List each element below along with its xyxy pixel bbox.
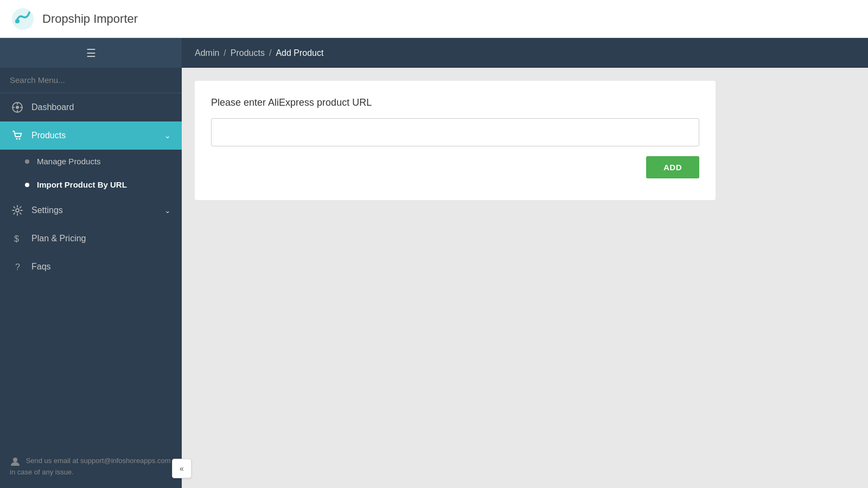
sidebar-item-settings[interactable]: Settings ⌄ — [0, 196, 182, 224]
sidebar-item-label-dashboard: Dashboard — [31, 102, 171, 112]
gear-icon — [11, 204, 24, 217]
support-text: Send us email at support@infoshoreapps.c… — [0, 445, 182, 488]
sidebar-subitem-manage-products[interactable]: Manage Products — [0, 150, 182, 173]
svg-point-10 — [16, 209, 19, 212]
breadcrumb-sep-1: / — [224, 48, 226, 58]
main-content: Admin / Products / Add Product Please en… — [182, 38, 868, 488]
products-chevron-icon: ⌄ — [164, 131, 171, 140]
svg-point-0 — [12, 8, 34, 30]
sidebar-subitem-import-product[interactable]: Import Product By URL — [0, 173, 182, 196]
add-button-row: ADD — [211, 156, 699, 178]
sidebar-item-label-plan-pricing: Plan & Pricing — [31, 234, 171, 243]
sidebar-item-dashboard[interactable]: Dashboard — [0, 93, 182, 121]
question-icon: ? — [11, 260, 24, 273]
svg-point-8 — [16, 138, 18, 140]
collapse-icon: « — [180, 464, 184, 473]
manage-products-dot — [25, 159, 29, 164]
dollar-icon: $ — [11, 232, 24, 245]
svg-point-3 — [16, 106, 19, 109]
content-area: Please enter AliExpress product URL ADD — [182, 68, 868, 488]
sidebar-collapse-button[interactable]: « — [172, 459, 192, 478]
url-input[interactable] — [211, 118, 699, 146]
breadcrumb-products[interactable]: Products — [231, 48, 265, 58]
app-title: Dropship Importer — [42, 12, 138, 26]
app-logo-icon — [11, 7, 35, 31]
breadcrumb-sep-2: / — [269, 48, 271, 58]
sidebar: ☰ Dashboard — [0, 38, 182, 488]
sidebar-item-products[interactable]: Products ⌄ — [0, 121, 182, 150]
cart-icon — [11, 129, 24, 142]
sidebar-search — [0, 68, 182, 93]
hamburger-icon[interactable]: ☰ — [86, 47, 96, 60]
search-input[interactable] — [10, 75, 172, 85]
sidebar-topbar: ☰ — [0, 38, 182, 68]
svg-point-13 — [13, 458, 17, 462]
person-icon — [10, 456, 21, 467]
sidebar-item-label-faqs: Faqs — [31, 262, 171, 272]
import-product-dot — [25, 183, 29, 187]
breadcrumb-admin[interactable]: Admin — [195, 48, 219, 58]
sidebar-subitem-label-import-product: Import Product By URL — [37, 180, 127, 189]
breadcrumb-bar: Admin / Products / Add Product — [182, 38, 868, 68]
support-message: Send us email at support@infoshoreapps.c… — [10, 457, 170, 476]
svg-text:$: $ — [14, 234, 19, 243]
top-header: Dropship Importer — [0, 0, 868, 38]
sidebar-item-label-products: Products — [31, 131, 164, 140]
sidebar-subitem-label-manage-products: Manage Products — [37, 157, 101, 166]
breadcrumb-add-product: Add Product — [276, 48, 323, 58]
card-title: Please enter AliExpress product URL — [211, 97, 699, 108]
add-product-card: Please enter AliExpress product URL ADD — [195, 81, 716, 200]
add-button[interactable]: ADD — [646, 156, 699, 178]
sidebar-item-label-settings: Settings — [31, 206, 164, 215]
dashboard-icon — [11, 101, 24, 114]
svg-point-9 — [19, 138, 21, 140]
sidebar-item-plan-pricing[interactable]: $ Plan & Pricing — [0, 224, 182, 253]
svg-text:?: ? — [15, 262, 20, 272]
svg-point-1 — [15, 19, 20, 23]
sidebar-item-faqs[interactable]: ? Faqs — [0, 253, 182, 281]
settings-chevron-icon: ⌄ — [164, 206, 171, 215]
